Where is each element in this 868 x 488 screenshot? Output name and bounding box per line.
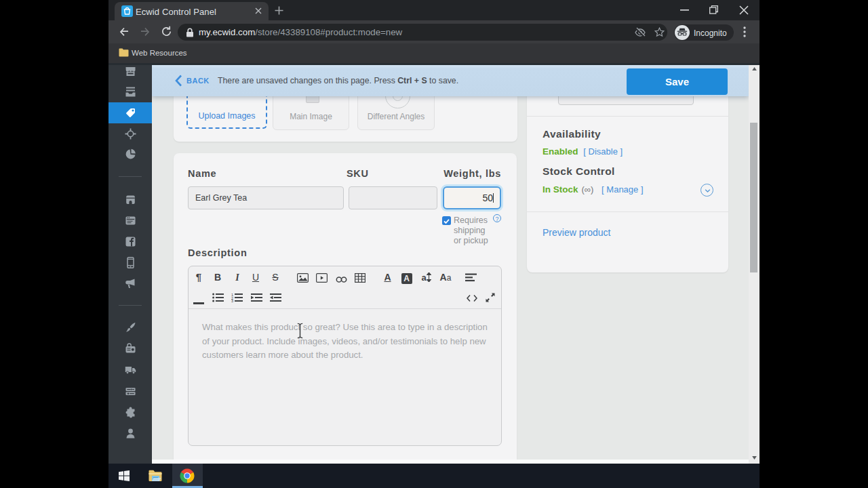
- svg-text:3: 3: [231, 299, 233, 302]
